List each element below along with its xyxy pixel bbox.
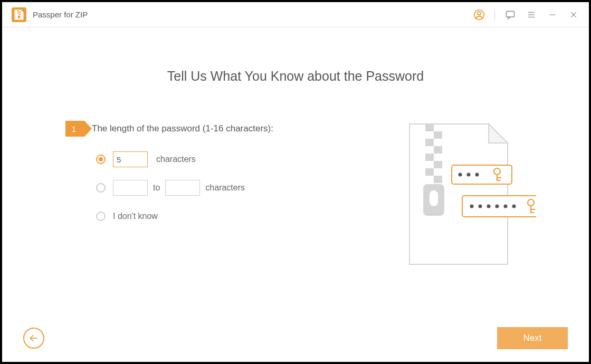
svg-rect-17 <box>434 146 442 154</box>
svg-rect-23 <box>430 190 438 206</box>
svg-rect-14 <box>425 124 434 131</box>
next-button[interactable]: Next <box>497 327 568 349</box>
svg-point-6 <box>478 12 481 15</box>
svg-point-34 <box>479 205 482 208</box>
svg-rect-2 <box>17 13 19 14</box>
option-exact-length: characters <box>96 151 273 167</box>
exact-length-input[interactable] <box>113 151 148 167</box>
feedback-icon[interactable] <box>504 9 516 21</box>
menu-icon[interactable] <box>526 9 537 21</box>
range-unit-label: characters <box>205 183 245 193</box>
page-heading: Tell Us What You Know about the Password <box>34 69 557 84</box>
range-from-input[interactable] <box>113 180 148 196</box>
svg-rect-18 <box>425 154 434 161</box>
zip-file-icon <box>14 9 24 20</box>
range-to-input[interactable] <box>165 180 200 196</box>
back-button[interactable] <box>23 328 44 349</box>
option-range-length: to characters <box>96 180 273 196</box>
radio-range[interactable] <box>96 183 106 193</box>
svg-point-37 <box>504 205 508 208</box>
illustration <box>399 121 536 274</box>
svg-point-26 <box>467 173 471 177</box>
app-window: Passper for ZIP <box>2 2 589 362</box>
form-area: 1 The length of the password (1-16 chara… <box>34 121 557 274</box>
arrow-left-icon <box>28 333 39 343</box>
range-connector: to <box>153 183 160 193</box>
svg-rect-19 <box>434 161 442 168</box>
svg-point-25 <box>459 173 462 177</box>
radio-unknown[interactable] <box>96 212 106 221</box>
window-controls <box>473 9 579 21</box>
svg-rect-1 <box>19 12 21 13</box>
footer: Next <box>2 314 589 362</box>
options-group: characters to characters I don't know <box>65 151 273 224</box>
close-button[interactable] <box>568 9 579 21</box>
svg-rect-15 <box>434 131 442 139</box>
content-area: Tell Us What You Know about the Password… <box>2 27 589 274</box>
form-left-column: 1 The length of the password (1-16 chara… <box>34 121 273 237</box>
step-label: The length of the password (1-16 charact… <box>92 123 273 134</box>
svg-rect-4 <box>18 15 20 18</box>
svg-rect-3 <box>19 14 21 15</box>
exact-unit-label: characters <box>156 155 196 164</box>
svg-rect-7 <box>507 11 514 17</box>
svg-point-27 <box>475 173 479 177</box>
unknown-label: I don't know <box>113 212 158 221</box>
svg-rect-16 <box>425 139 434 146</box>
step-row: 1 The length of the password (1-16 chara… <box>65 121 273 137</box>
titlebar: Passper for ZIP <box>2 2 589 27</box>
svg-point-33 <box>470 205 474 208</box>
app-icon <box>12 7 26 22</box>
svg-point-36 <box>495 205 499 208</box>
divider <box>494 9 495 21</box>
svg-rect-0 <box>17 11 19 12</box>
option-unknown: I don't know <box>96 208 273 224</box>
svg-point-38 <box>512 205 516 208</box>
svg-point-35 <box>487 205 491 208</box>
minimize-button[interactable] <box>547 9 558 21</box>
account-icon[interactable] <box>473 9 485 21</box>
svg-rect-20 <box>425 168 434 176</box>
radio-exact[interactable] <box>96 155 106 164</box>
step-number-badge: 1 <box>65 121 84 137</box>
svg-rect-21 <box>434 176 442 183</box>
app-title: Passper for ZIP <box>33 10 88 19</box>
